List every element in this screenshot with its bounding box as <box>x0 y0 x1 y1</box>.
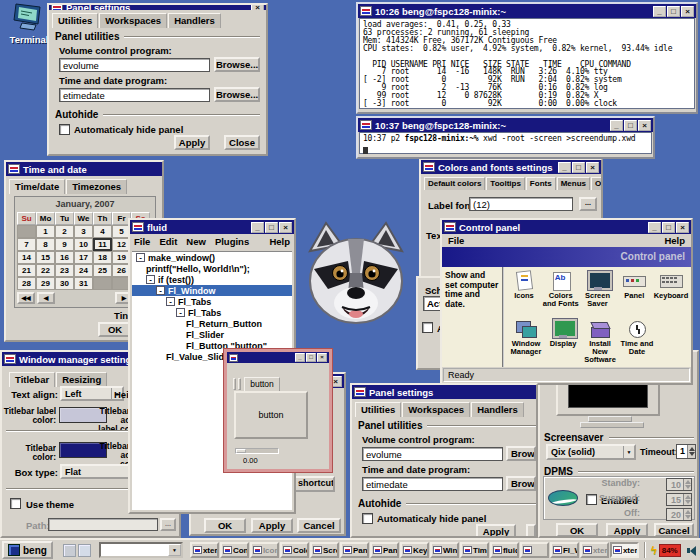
taskbar-task-fl-w[interactable]: Fl_W <box>550 542 579 558</box>
mini-tab[interactable] <box>233 378 236 390</box>
cp-icon-colors-and-fonts[interactable]: Colors and Fonts <box>543 271 579 319</box>
preview-button[interactable]: button <box>234 391 308 439</box>
tree-node[interactable]: Fl_Return_Button <box>132 318 292 329</box>
tab-others[interactable]: Others <box>591 177 603 190</box>
ok-button[interactable]: OK <box>204 518 246 533</box>
tab-menus[interactable]: Menus <box>557 177 590 190</box>
autohide-checkbox[interactable] <box>362 513 373 524</box>
use-theme-checkbox[interactable] <box>10 498 21 509</box>
taskbar-task-colo[interactable]: Colo <box>280 542 309 558</box>
close-button[interactable]: × <box>279 222 292 233</box>
tree-node[interactable]: -Fl_Tabs <box>132 296 292 307</box>
cp-icon-keyboard[interactable]: Keyboard <box>653 271 689 319</box>
cancel-button[interactable]: Cancel <box>297 518 341 533</box>
label-font-input[interactable]: (12) <box>469 197 573 211</box>
tab-utilities[interactable]: Utilities <box>355 402 401 417</box>
value-slider-track[interactable] <box>235 448 279 454</box>
path-browse-button[interactable]: ... <box>160 518 176 531</box>
menu-item-help[interactable]: Help <box>664 235 685 246</box>
cp-icon-install-new-software[interactable]: Install New Software <box>582 319 618 367</box>
titlebar[interactable]: Control panel _ □ × <box>442 220 691 234</box>
maximize-button[interactable]: □ <box>265 222 278 233</box>
taskbar-task-fluid[interactable]: fluid <box>490 542 519 558</box>
calendar-day[interactable]: 22 <box>36 264 55 277</box>
volume-program-input[interactable]: evolume <box>362 447 503 461</box>
time-browse-button[interactable]: Browse... <box>214 87 260 102</box>
calendar-day[interactable]: 24 <box>74 264 93 277</box>
close-button[interactable]: × <box>638 120 651 131</box>
tab-workspaces[interactable]: Workspaces <box>99 13 167 28</box>
tab-button[interactable]: button <box>244 377 280 391</box>
tree-node[interactable]: -Fl_Tabs <box>132 307 292 318</box>
taskbar-task-pane[interactable]: Pane <box>340 542 369 558</box>
calendar-day[interactable]: 8 <box>36 238 55 251</box>
volume-browse-button[interactable]: Browse... <box>506 446 536 461</box>
calendar-day[interactable]: 16 <box>55 251 74 264</box>
menu-item-file[interactable]: File <box>448 235 464 246</box>
cp-icon-display[interactable]: Display <box>545 319 581 367</box>
start-button[interactable]: beng <box>2 541 53 559</box>
titlebar[interactable]: 10:26 beng@fspc128-minix:~ _ □ × <box>358 4 696 18</box>
screensaver-dropdown[interactable]: Qix (solid) ▼ <box>546 444 636 460</box>
minimize-button[interactable]: _ <box>648 222 661 233</box>
terminal-output[interactable]: 10:37 p2 fspc128-minix:~% xwd -root -scr… <box>359 132 652 154</box>
minimize-button[interactable]: _ <box>295 353 305 362</box>
minimize-button[interactable]: _ <box>653 6 666 17</box>
tab-tooltips[interactable]: Tooltips <box>486 177 525 190</box>
autohide-checkbox[interactable] <box>59 124 70 135</box>
tab-default-colors[interactable]: Default colors <box>424 177 485 190</box>
calendar-day[interactable]: 4 <box>93 225 112 238</box>
tree-node[interactable]: -if (test()) <box>132 274 292 285</box>
menu-item-file[interactable]: File <box>134 236 150 247</box>
calendar-day[interactable]: 17 <box>74 251 93 264</box>
tab-resizing[interactable]: Resizing <box>56 372 107 387</box>
calendar-day[interactable]: 9 <box>55 238 74 251</box>
apply-button[interactable]: Apply <box>476 524 516 536</box>
tab-handlers[interactable]: Handlers <box>471 402 524 417</box>
taskbar-task-time[interactable]: Time <box>460 542 489 558</box>
expander-icon[interactable]: - <box>176 308 185 317</box>
minimize-button[interactable]: _ <box>558 162 571 173</box>
ok-button[interactable]: OK <box>98 322 132 337</box>
calendar-prev-button[interactable]: ◀ <box>37 292 55 304</box>
taskbar-task-cont[interactable]: Cont <box>220 542 249 558</box>
fragment-checkbox[interactable] <box>422 322 433 333</box>
time-browse-button[interactable]: Browse... <box>506 476 536 491</box>
taskbar-task-icon[interactable]: Icon <box>250 542 279 558</box>
path-input[interactable] <box>48 518 158 531</box>
calendar-day[interactable]: 31 <box>74 277 93 290</box>
calendar-day[interactable]: 1 <box>36 225 55 238</box>
tree-node[interactable]: printf("Hello, World!\n"); <box>132 263 292 274</box>
calendar-day[interactable]: 10 <box>74 238 93 251</box>
taskbar-task-scre[interactable]: Scre <box>310 542 339 558</box>
close-button[interactable]: × <box>317 353 327 362</box>
calendar-day[interactable]: 15 <box>36 251 55 264</box>
titlebar[interactable]: Colors and fonts settings _ □ × <box>421 160 601 174</box>
cp-icon-time-and-date[interactable]: Time and Date <box>619 319 655 367</box>
cp-icon-screen-saver[interactable]: Screen Saver <box>580 271 616 319</box>
calendar-day[interactable]: 21 <box>17 264 36 277</box>
ok-button[interactable]: OK <box>556 523 598 537</box>
calendar-day[interactable]: 28 <box>17 277 36 290</box>
time-program-input[interactable]: etimedate <box>362 477 503 491</box>
apply-button[interactable]: Apply <box>251 518 293 533</box>
maximize-button[interactable]: □ <box>667 6 680 17</box>
calendar-day[interactable]: 23 <box>55 264 74 277</box>
taskbar-task-pane[interactable]: Pane <box>370 542 399 558</box>
minimize-button[interactable]: _ <box>610 120 623 131</box>
off-spinner[interactable]: 20 <box>666 508 692 521</box>
titlebar[interactable]: _ □ × <box>227 352 329 363</box>
taskbar-task-xter[interactable]: xter <box>580 542 609 558</box>
menu-item-help[interactable]: Help <box>269 236 290 247</box>
apply-button[interactable]: Apply <box>174 135 210 150</box>
tab-workspaces[interactable]: Workspaces <box>402 402 470 417</box>
calendar-day[interactable]: 7 <box>17 238 36 251</box>
taskbar-task-keyb[interactable]: Keyb <box>400 542 429 558</box>
menu-item-edit[interactable]: Edit <box>159 236 177 247</box>
minimize-button[interactable]: _ <box>251 222 264 233</box>
apply-button[interactable]: Apply <box>606 523 648 537</box>
cp-icon-icons[interactable]: Icons <box>506 271 542 319</box>
titlebar[interactable]: fluid _ □ × <box>130 220 294 234</box>
terminal-output[interactable]: load averages: 0.41, 0.25, 0.33 63 proce… <box>359 18 695 109</box>
spinner-arrows-icon[interactable] <box>687 445 695 458</box>
